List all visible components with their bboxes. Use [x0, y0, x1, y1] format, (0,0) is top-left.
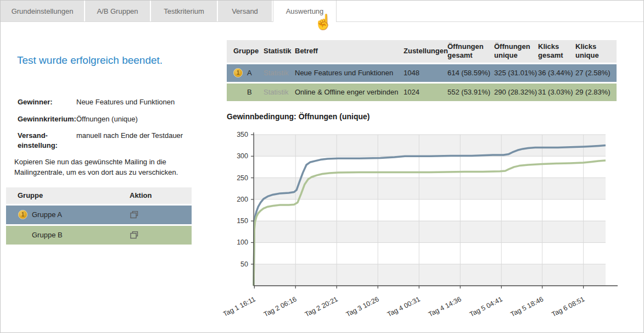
tab-label: Versand — [232, 7, 258, 15]
svg-text:100: 100 — [237, 238, 248, 246]
copy-mailing-button[interactable] — [130, 231, 192, 239]
column-header-gruppe: Gruppe — [233, 47, 264, 56]
summary-panel: Test wurde erfolgreich beendet. Gewinner… — [6, 21, 193, 245]
info-value: Neue Features und Funktionen — [76, 97, 175, 107]
winner-info: Gewinner: Neue Features und Funktionen G… — [18, 97, 193, 150]
svg-text:350: 350 — [237, 131, 248, 138]
zustellungen-cell: 1048 — [404, 69, 447, 77]
tab-label: Auswertung — [286, 7, 324, 15]
svg-text:250: 250 — [237, 174, 248, 182]
column-header-klicks-unique: Klicks unique — [575, 42, 617, 60]
info-value: manuell nach Ende der Testdauer — [76, 131, 183, 150]
info-value: Öffnungen (unique) — [76, 114, 138, 124]
group-name: Gruppe A — [32, 210, 62, 219]
klicks-unique-cell: 29 (2.83%) — [575, 88, 617, 96]
info-row-versandeinstellung: Versand-einstellung: manuell nach Ende d… — [18, 131, 193, 150]
column-header-oeffnungen-unique: Öffnungen unique — [494, 42, 538, 60]
chart-title: Gewinnbedingung: Öffnungen (unique) — [227, 112, 370, 121]
column-header-zustellungen: Zustellungen — [404, 47, 447, 56]
tab-bar: Grundeinstellungen A/B Gruppen Testkrite… — [1, 1, 643, 22]
table-row-gruppe-b: B Statistik Online & Offline enger verbi… — [227, 84, 617, 101]
tab-auswertung[interactable]: Auswertung — [273, 1, 337, 22]
results-table-header: Gruppe Statistik Betreff Zustellungen Öf… — [227, 40, 617, 63]
klicks-unique-cell: 27 (2.58%) — [575, 69, 617, 77]
tab-ab-gruppen[interactable]: A/B Gruppen — [85, 1, 150, 21]
statistik-link[interactable]: Statistik — [264, 88, 295, 96]
svg-text:Tag 3 10:26: Tag 3 10:26 — [345, 295, 380, 318]
column-header-oeffnungen-gesamt: Öffnungen gesamt — [447, 42, 494, 60]
info-label: Versand-einstellung: — [18, 131, 76, 150]
svg-text:Tag 2 06:16: Tag 2 06:16 — [262, 295, 298, 318]
copy-icon — [130, 231, 138, 239]
tab-label: Grundeinstellungen — [12, 7, 74, 15]
group-action-table: Gruppe Aktion 1 Gruppe A Grupp — [6, 187, 192, 245]
betreff-cell: Neue Features und Funktionen — [295, 69, 404, 77]
zustellungen-cell: 1024 — [404, 88, 447, 96]
results-table: Gruppe Statistik Betreff Zustellungen Öf… — [227, 40, 617, 101]
oeffnungen-gesamt-cell: 614 (58.59%) — [447, 69, 494, 77]
group-table-header: Gruppe Aktion — [6, 187, 192, 204]
oeffnungen-unique-cell: 325 (31.01%) — [494, 69, 538, 77]
table-row-gruppe-b: Gruppe B — [6, 226, 192, 245]
column-header-klicks-gesamt: Klicks gesamt — [538, 42, 575, 60]
copy-icon — [130, 211, 138, 219]
svg-text:Tag 4 14:36: Tag 4 14:36 — [427, 295, 463, 318]
column-header-betreff: Betreff — [295, 47, 404, 56]
tab-label: A/B Gruppen — [97, 7, 138, 15]
klicks-gesamt-cell: 36 (3.44%) — [538, 69, 575, 77]
svg-text:Tag 2 20:21: Tag 2 20:21 — [304, 295, 339, 318]
winner-badge-icon: 1 — [18, 210, 27, 219]
svg-text:50: 50 — [240, 260, 248, 268]
line-chart: 50100150200250300350Tag 1 16:11Tag 2 06:… — [223, 130, 643, 320]
oeffnungen-gesamt-cell: 552 (53.91%) — [447, 88, 494, 96]
column-header-aktion: Aktion — [130, 191, 192, 199]
svg-text:200: 200 — [237, 196, 248, 203]
svg-text:Tag 6 08:51: Tag 6 08:51 — [550, 295, 586, 318]
svg-text:Tag 5 18:46: Tag 5 18:46 — [509, 295, 545, 318]
tab-testkriterium[interactable]: Testkriterium — [151, 1, 217, 21]
klicks-gesamt-cell: 31 (3.03%) — [538, 88, 575, 96]
tab-grundeinstellungen[interactable]: Grundeinstellungen — [1, 1, 84, 21]
info-row-gewinner: Gewinner: Neue Features und Funktionen — [18, 97, 193, 107]
svg-text:150: 150 — [237, 217, 248, 225]
copy-mailing-button[interactable] — [130, 211, 192, 219]
tab-versand[interactable]: Versand — [218, 1, 272, 21]
info-label: Gewinner: — [18, 97, 76, 107]
group-letter: A — [247, 69, 252, 77]
table-row-gruppe-a: 1 Gruppe A — [6, 206, 192, 224]
ab-test-evaluation-page: Grundeinstellungen A/B Gruppen Testkrite… — [0, 0, 644, 333]
svg-text:Tag 1 16:11: Tag 1 16:11 — [223, 295, 257, 318]
svg-text:Tag 5 04:41: Tag 5 04:41 — [468, 295, 504, 318]
info-row-gewinnkriterium: Gewinnkriterium: Öffnungen (unique) — [18, 114, 193, 124]
table-row-gruppe-a: 1 A Statistik Neue Features und Funktion… — [227, 64, 617, 82]
winner-badge-icon: 1 — [233, 68, 243, 77]
success-message: Test wurde erfolgreich beendet. — [17, 54, 193, 66]
tab-label: Testkriterium — [164, 7, 204, 15]
group-letter: B — [247, 88, 252, 96]
column-header-statistik: Statistik — [264, 47, 295, 56]
oeffnungen-unique-cell: 290 (28.32%) — [494, 88, 538, 96]
copy-instruction-text: Kopieren Sie nun das gewünschte Mailing … — [14, 157, 187, 178]
svg-text:300: 300 — [237, 152, 248, 160]
svg-text:Tag 4 00:31: Tag 4 00:31 — [386, 295, 422, 318]
statistik-link[interactable]: Statistik — [264, 69, 295, 77]
betreff-cell: Online & Offline enger verbinden — [295, 88, 404, 96]
column-header-gruppe: Gruppe — [18, 191, 130, 199]
info-label: Gewinnkriterium: — [18, 114, 76, 124]
group-name: Gruppe B — [32, 231, 63, 239]
